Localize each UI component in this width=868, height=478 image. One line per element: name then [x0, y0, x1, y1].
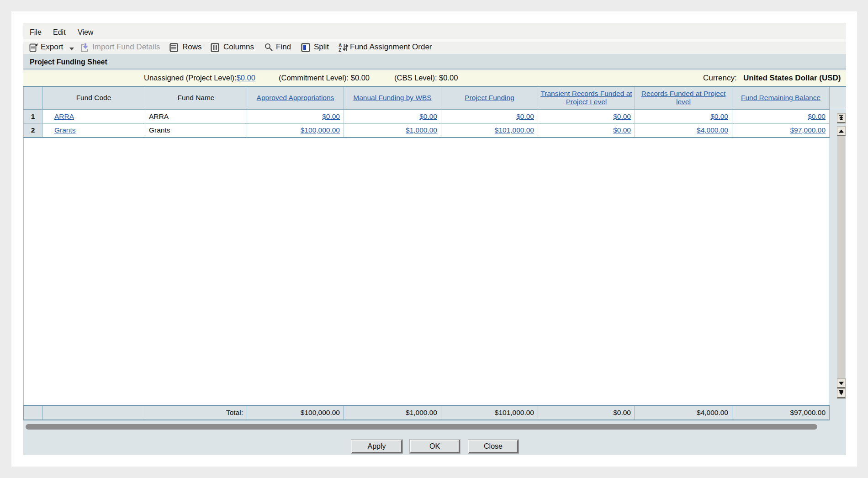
svg-text:Z: Z	[339, 48, 341, 52]
